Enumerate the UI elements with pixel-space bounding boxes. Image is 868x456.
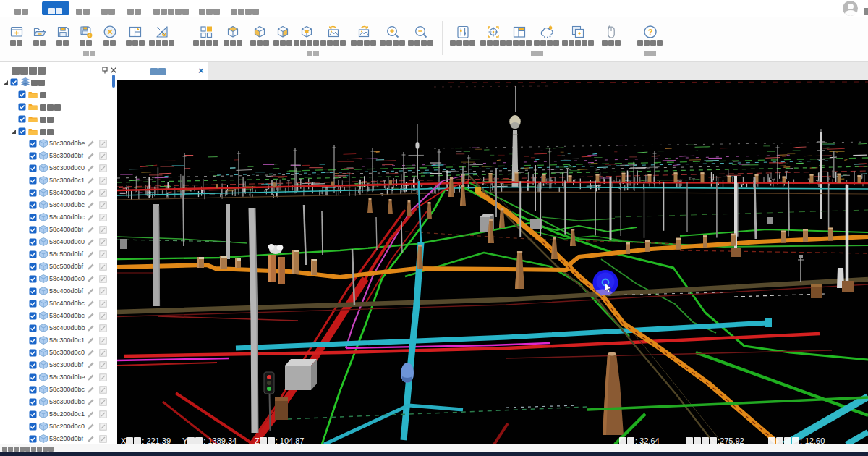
svg-text:?: ? bbox=[648, 28, 653, 36]
